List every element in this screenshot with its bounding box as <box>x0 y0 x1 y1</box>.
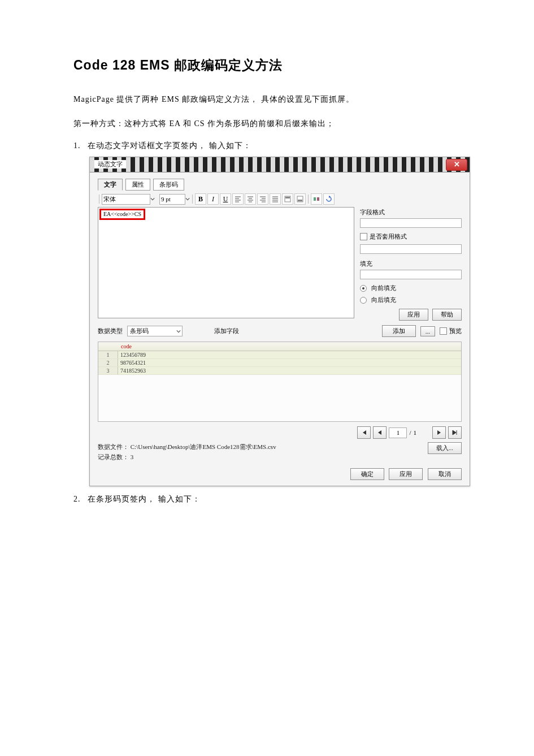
dialog-title-label: 动态文字 <box>94 160 126 169</box>
preview-label: 预览 <box>449 327 462 335</box>
apply-format-button[interactable]: 应用 <box>399 309 428 321</box>
file-info-row: 数据文件： C:\Users\hang\Desktop\迪洋EMS Code12… <box>98 442 462 462</box>
font-size-dropdown[interactable]: 9 pt <box>159 194 185 205</box>
cancel-button[interactable]: 取消 <box>428 468 462 480</box>
align-justify-icon[interactable] <box>270 193 281 205</box>
grid-header-code: code <box>98 342 461 351</box>
records-count: 3 <box>131 453 134 460</box>
pager-last-icon[interactable] <box>448 426 462 439</box>
load-button[interactable]: 载入... <box>428 442 462 454</box>
pager: 1 / 1 <box>98 426 462 439</box>
fill-front-radio[interactable] <box>360 285 367 292</box>
tab-text[interactable]: 文字 <box>98 179 123 191</box>
ok-button[interactable]: 确定 <box>350 468 384 480</box>
align-center-icon[interactable] <box>245 193 256 205</box>
align-right-icon[interactable] <box>257 193 268 205</box>
valign-bottom-icon[interactable] <box>294 193 306 205</box>
fill-front-label: 向前填充 <box>371 284 396 292</box>
tab-attributes[interactable]: 属性 <box>125 179 150 191</box>
tab-barcode[interactable]: 条形码 <box>153 179 184 191</box>
svg-rect-3 <box>298 200 302 201</box>
help-button[interactable]: 帮助 <box>432 309 462 321</box>
doc-title: Code 128 EMS 邮政编码定义方法 <box>73 57 463 74</box>
use-format-input[interactable] <box>360 244 462 254</box>
refresh-icon[interactable] <box>323 193 335 205</box>
pager-prev-icon[interactable] <box>373 426 387 439</box>
text-input-area[interactable]: EA<<code>>CS <box>98 207 354 318</box>
data-grid[interactable]: code 1 123456789 2 987654321 3 741852963 <box>98 342 462 422</box>
field-format-label: 字段格式 <box>360 208 462 217</box>
step-2: 2. 在条形码页签内， 输入如下： <box>73 494 463 504</box>
dialog-footer: 确定 应用 取消 <box>98 468 462 480</box>
chevron-down-icon[interactable] <box>185 196 190 202</box>
step-1-text: 在动态文字对话框文字页签内， 输入如下： <box>88 141 251 150</box>
preview-checkbox[interactable] <box>440 327 447 335</box>
step-1: 1. 在动态文字对话框文字页签内， 输入如下： <box>73 141 463 151</box>
underline-button[interactable]: U <box>220 193 231 205</box>
step-1-number: 1. <box>73 141 81 150</box>
pager-page-input[interactable]: 1 <box>389 427 407 438</box>
data-type-dropdown[interactable]: 条形码 <box>127 326 183 336</box>
font-family-dropdown[interactable]: 宋体 <box>102 194 150 205</box>
dialog-titlebar: 动态文字 ✕ <box>90 157 470 172</box>
step-2-number: 2. <box>73 495 81 503</box>
data-type-label: 数据类型 <box>98 327 123 335</box>
table-row[interactable]: 3 741852963 <box>98 367 461 375</box>
chevron-down-icon <box>176 329 181 334</box>
browse-button[interactable]: ... <box>420 326 435 336</box>
step-2-text: 在条形码页签内， 输入如下： <box>88 495 201 503</box>
use-format-checkbox[interactable] <box>360 233 367 240</box>
table-row[interactable]: 1 123456789 <box>98 351 461 359</box>
format-toolbar: 宋体 9 pt B I U <box>98 192 462 207</box>
paragraph-intro: MagicPage 提供了两种 EMS 邮政编码定义方法， 具体的设置见下面抓屏… <box>73 92 463 106</box>
bold-button[interactable]: B <box>195 193 206 205</box>
use-format-label: 是否套用格式 <box>370 232 407 241</box>
fill-back-radio[interactable] <box>360 297 367 304</box>
add-field-label: 添加字段 <box>214 327 239 335</box>
svg-rect-5 <box>317 197 319 201</box>
pager-next-icon[interactable] <box>432 426 446 439</box>
data-type-row: 数据类型 条形码 添加字段 添加 ... 预览 <box>98 325 462 337</box>
chevron-down-icon[interactable] <box>150 196 155 202</box>
svg-rect-1 <box>285 197 290 198</box>
pager-separator: / <box>409 429 411 436</box>
insert-field-icon[interactable] <box>311 193 322 205</box>
dialog-dynamic-text: 动态文字 ✕ 文字 属性 条形码 宋体 9 pt <box>89 157 470 486</box>
tab-strip: 文字 属性 条形码 <box>98 178 462 190</box>
align-left-icon[interactable] <box>232 193 244 205</box>
records-label: 记录总数： <box>98 453 129 460</box>
pager-first-icon[interactable] <box>357 426 371 439</box>
data-file-label: 数据文件： <box>98 443 129 450</box>
fill-input[interactable] <box>360 270 462 279</box>
add-button[interactable]: 添加 <box>382 325 416 337</box>
entered-code-highlight: EA<<code>>CS <box>99 209 145 220</box>
field-format-panel: 字段格式 是否套用格式 填充 向前填充 <box>360 207 462 321</box>
paragraph-method1: 第一种方式：这种方式将 EA 和 CS 作为条形码的前缀和后缀来输出； <box>73 116 463 131</box>
italic-button[interactable]: I <box>207 193 219 205</box>
pager-total: 1 <box>414 429 417 436</box>
fill-back-label: 向后填充 <box>371 296 396 304</box>
data-file-path: C:\Users\hang\Desktop\迪洋EMS Code128需求\EM… <box>131 443 276 450</box>
svg-rect-4 <box>314 197 316 201</box>
apply-button[interactable]: 应用 <box>389 468 423 480</box>
valign-top-icon[interactable] <box>282 193 293 205</box>
close-icon[interactable]: ✕ <box>446 159 467 171</box>
fill-label: 填充 <box>360 260 462 268</box>
table-row[interactable]: 2 987654321 <box>98 359 461 367</box>
field-format-input[interactable] <box>360 218 462 228</box>
